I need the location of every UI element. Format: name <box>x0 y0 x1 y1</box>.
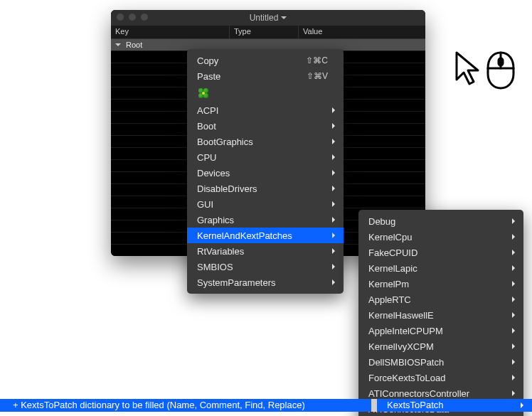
menu-item-copy[interactable]: Copy ⇧⌘C <box>187 53 344 68</box>
menu-item[interactable]: Boot <box>187 118 344 134</box>
submenu-item[interactable]: Debug <box>358 213 523 229</box>
submenu-item[interactable]: KernelPm <box>358 276 523 292</box>
menu-item[interactable]: CPU <box>187 149 344 165</box>
menu-item-label: ACPI <box>197 105 328 116</box>
menu-item-clover[interactable] <box>187 84 344 102</box>
menu-item-label: Copy <box>197 55 292 66</box>
submenu-item-label: KernelPm <box>368 279 508 289</box>
svg-rect-2 <box>499 58 503 65</box>
submenu-item-label: ForceKextsToLoad <box>368 373 508 383</box>
submenu-item[interactable]: KernelHaswellE <box>358 307 523 323</box>
menu-item-shortcut: ⇧⌘C <box>306 55 328 65</box>
menu-item-label: Paste <box>197 71 292 82</box>
column-header-value[interactable]: Value <box>299 26 425 38</box>
menu-item-label: Boot <box>197 121 328 132</box>
menu-item[interactable]: KernelAndKextPatches <box>187 228 344 243</box>
submenu-item-label: KernelLapic <box>368 263 508 274</box>
submenu-item[interactable]: KernelLapic <box>358 260 523 276</box>
title-chevron-icon[interactable] <box>278 13 287 23</box>
menu-item[interactable]: BootGraphics <box>187 134 344 149</box>
submenu-item[interactable]: KernelCpu <box>358 229 523 245</box>
submenu-item[interactable]: KernelIvyXCPM <box>358 338 523 354</box>
menu-item-label: SystemParameters <box>197 277 328 288</box>
context-submenu: DebugKernelCpuFakeCPUIDKernelLapicKernel… <box>358 210 523 416</box>
submenu-item-label: KernelIvyXCPM <box>368 341 508 352</box>
menu-item-label: KernelAndKextPatches <box>197 230 328 241</box>
menu-item-label: SMBIOS <box>197 262 328 272</box>
submenu-item[interactable]: DellSMBIOSPatch <box>358 354 523 370</box>
disclosure-triangle-icon[interactable] <box>115 43 121 49</box>
menu-item-label: BootGraphics <box>197 137 328 147</box>
cursor-and-mouse-icon <box>451 48 522 93</box>
window-title: Untitled <box>250 13 279 23</box>
column-headers: Key Type Value <box>111 26 425 39</box>
menu-item[interactable]: Graphics <box>187 212 344 228</box>
menu-item[interactable]: GUI <box>187 196 344 212</box>
zoom-button[interactable] <box>141 14 148 21</box>
traffic-lights[interactable] <box>117 14 148 21</box>
submenu-item[interactable]: AppleRTC <box>358 292 523 307</box>
column-header-type[interactable]: Type <box>230 26 299 38</box>
submenu-item-label: AppleIntelCPUPM <box>368 326 508 336</box>
submenu-item-label: AppleRTC <box>368 294 508 305</box>
menu-item-label: Graphics <box>197 215 328 225</box>
submenu-item-label: ATIConnectorsController <box>368 388 508 399</box>
menu-item-label: DisableDrivers <box>197 183 328 194</box>
context-menu: Copy ⇧⌘C Paste ⇧⌘V ACPIBootBootGraphicsC… <box>187 49 344 294</box>
submenu-item-label: KernelCpu <box>368 232 508 242</box>
submenu-item-label: Debug <box>368 216 508 227</box>
submenu-item[interactable]: ForceKextsToLoad <box>358 370 523 385</box>
submenu-item-label: FakeCPUID <box>368 247 508 258</box>
menu-item[interactable]: SMBIOS <box>187 259 344 274</box>
window-titlebar[interactable]: Untitled <box>111 10 425 26</box>
menu-item[interactable]: RtVariables <box>187 243 344 259</box>
submenu-item[interactable]: FakeCPUID <box>358 245 523 260</box>
menu-item[interactable]: Devices <box>187 165 344 181</box>
close-button[interactable] <box>117 14 124 21</box>
menu-item-label: Devices <box>197 168 328 178</box>
statusbar: + KextsToPatch dictionary to be filled (… <box>0 399 532 412</box>
statusbar-selection[interactable]: KextsToPatch <box>377 399 532 412</box>
submenu-item[interactable]: AppleIntelCPUPM <box>358 323 523 338</box>
minimize-button[interactable] <box>129 14 136 21</box>
menu-item[interactable]: SystemParameters <box>187 274 344 290</box>
submenu-item-label: DellSMBIOSPatch <box>368 357 508 368</box>
column-header-key[interactable]: Key <box>111 26 230 38</box>
statusbar-divider <box>371 399 377 412</box>
submenu-item-label: KernelHaswellE <box>368 310 508 321</box>
menu-item-shortcut: ⇧⌘V <box>307 71 328 81</box>
clover-icon <box>197 87 210 100</box>
menu-item-label: GUI <box>197 199 328 210</box>
menu-item-paste[interactable]: Paste ⇧⌘V <box>187 68 344 84</box>
menu-item[interactable]: ACPI <box>187 102 344 118</box>
root-key-label: Root <box>126 41 142 49</box>
statusbar-message: + KextsToPatch dictionary to be filled (… <box>0 399 371 412</box>
menu-item-label: RtVariables <box>197 246 328 257</box>
menu-item[interactable]: DisableDrivers <box>187 181 344 196</box>
menu-item-label: CPU <box>197 152 328 163</box>
